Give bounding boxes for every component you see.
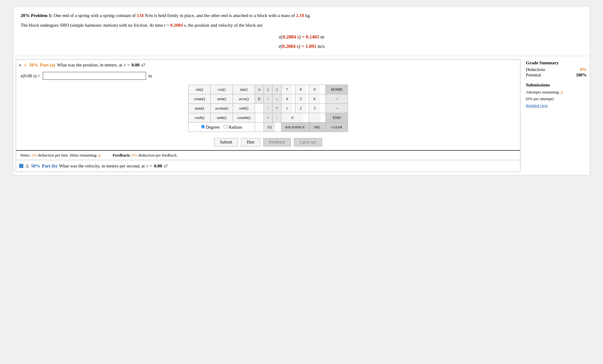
feedback-pct: 0% xyxy=(132,153,137,157)
num9-button[interactable]: 9 xyxy=(309,85,320,94)
dot-button[interactable]: . xyxy=(309,113,320,122)
hints-remaining[interactable]: 8 xyxy=(98,153,101,157)
sin-button[interactable]: sin() xyxy=(189,85,210,94)
eq1-rhs: 0.1465 xyxy=(306,34,319,39)
end-button[interactable]: END xyxy=(326,113,348,122)
main-container: 20% Problem 1: One end of a spring with … xyxy=(13,6,590,175)
problem-text: 20% Problem 1: One end of a spring with … xyxy=(21,12,582,20)
degrees-text: Degrees xyxy=(206,125,220,130)
part-b-percent: 50% xyxy=(31,163,40,169)
calc-row-1: sin() cos() tan() π ( ) 7 8 9 HOME xyxy=(189,85,348,94)
part-b-label: Part (b) xyxy=(42,163,57,169)
igiveup-button[interactable]: I give up! xyxy=(294,138,322,147)
part-b-row: ⚠ 50% Part (b) What was the velocity, in… xyxy=(16,160,520,172)
num0-button[interactable]: 0 xyxy=(281,113,303,122)
mass-value: 2.18 xyxy=(296,13,304,18)
t-value: 0.2084 xyxy=(170,23,183,28)
num5-button[interactable]: 5 xyxy=(295,94,306,103)
tanh-button[interactable]: tanh() xyxy=(211,113,233,122)
up-arrow-button[interactable]: ↑ xyxy=(264,94,272,103)
degrees-radio[interactable] xyxy=(201,125,205,129)
radians-radio[interactable] xyxy=(223,125,227,129)
backspace-button[interactable]: BACKSPACE xyxy=(281,123,309,132)
num4-button[interactable]: 4 xyxy=(281,94,292,103)
cosh-button[interactable]: cosh() xyxy=(189,113,210,122)
home-button[interactable]: HOME xyxy=(326,85,348,94)
calc-row-5: Degrees Radians √() xyxy=(189,123,348,132)
num2-button[interactable]: 2 xyxy=(295,104,306,113)
radians-label[interactable]: Radians xyxy=(223,125,242,130)
sinh-button[interactable]: sinh() xyxy=(233,104,255,113)
clear-button[interactable]: CLEAR xyxy=(326,123,348,132)
desc2-text: The block undergoes SHO (simple harmonic… xyxy=(21,23,164,28)
right-panel: Grade Summary Deductions 0% Potential 10… xyxy=(523,56,590,175)
num8-button[interactable]: 8 xyxy=(295,85,306,94)
num6-button[interactable]: 6 xyxy=(309,94,320,103)
right-arrow2-button[interactable]: → xyxy=(326,104,348,113)
hints-pct: 0% xyxy=(31,153,37,157)
radians-text: Radians xyxy=(229,125,242,130)
potential-label: Potential xyxy=(526,73,541,78)
tan-button[interactable]: tan() xyxy=(233,85,255,94)
cos-button[interactable]: cos() xyxy=(211,85,233,94)
attempts-value[interactable]: 6 xyxy=(561,90,563,94)
acos-button[interactable]: acos() xyxy=(233,94,255,103)
t-italic: t xyxy=(164,23,165,28)
part-b-question: What was the velocity, in meters per sec… xyxy=(59,163,145,169)
star-button[interactable]: * xyxy=(273,104,281,113)
eq1: x(0.2084 s) = 0.1465 m xyxy=(21,33,582,41)
paren-open-button[interactable]: ( xyxy=(264,85,272,94)
feedback-button[interactable]: Feedback xyxy=(263,138,291,147)
t-unit: s, the position and velocity of the bloc… xyxy=(183,23,262,28)
cotanh-button[interactable]: cotanh() xyxy=(233,113,255,122)
part-b-t-unit: s? xyxy=(164,163,168,169)
detailed-view-link[interactable]: detailed view xyxy=(526,103,548,108)
num7-button[interactable]: 7 xyxy=(281,85,292,94)
calc-row-4: cosh() tanh() cotanh() + - 0 . END xyxy=(189,113,348,123)
unit-label: m xyxy=(148,73,152,79)
num3-button[interactable]: 3 xyxy=(309,104,320,113)
hint-button[interactable]: Hint xyxy=(241,138,260,147)
num1-button[interactable]: 1 xyxy=(281,104,292,113)
degrees-label[interactable]: Degrees xyxy=(201,125,220,130)
part-a-header: ▶ ⚠ 50% Part (a) What was the position, … xyxy=(16,59,520,70)
slash-button[interactable]: / xyxy=(264,104,272,113)
plus-button[interactable]: + xyxy=(264,113,272,122)
E-button[interactable]: E xyxy=(255,94,264,103)
eq2-t: 0.2084 s xyxy=(282,44,298,49)
del-button[interactable]: DEL xyxy=(309,123,325,132)
calc-row-2: cotan() asin() acos() E ↑ ↓ 4 5 6 → xyxy=(189,94,348,104)
paren-close-button[interactable]: ) xyxy=(273,85,281,94)
pi-button[interactable]: π xyxy=(255,85,264,94)
submit-row: Submit Hint Feedback I give up! xyxy=(16,135,520,150)
part-b-t-value: 0.00 xyxy=(154,163,162,169)
potential-value: 100% xyxy=(576,73,587,78)
problem-percent: 20% xyxy=(21,13,30,18)
sqrt-button[interactable]: √() xyxy=(264,123,275,132)
part-a-t-italic: t xyxy=(124,62,125,68)
asin-button[interactable]: asin() xyxy=(211,94,233,103)
deductions-value: 0% xyxy=(580,67,587,72)
down-arrow-button[interactable]: ↓ xyxy=(273,94,281,103)
problem-desc3: kg. xyxy=(304,13,311,18)
problem-desc1: One end of a spring with a spring consta… xyxy=(53,13,137,18)
submissions-title: Submissions xyxy=(526,83,587,88)
eq2-unit: m/s xyxy=(316,44,325,49)
calc-row-3: atan() acotan() sinh() / * 1 2 3 → xyxy=(189,104,348,113)
eq2: v(0.2084 s) = 1.091 m/s xyxy=(21,42,582,50)
atan-button[interactable]: atan() xyxy=(189,104,210,113)
eq1-t: 0.2084 s xyxy=(283,34,299,39)
part-b-t-italic: t xyxy=(147,163,148,169)
eq1-unit: m xyxy=(319,34,324,39)
right-arrow-button[interactable]: → xyxy=(326,94,348,103)
acotan-button[interactable]: acotan() xyxy=(211,104,233,113)
minus-button[interactable]: - xyxy=(273,113,281,122)
problem-text2: The block undergoes SHO (simple harmonic… xyxy=(21,22,582,29)
eq2-lhs: v xyxy=(278,44,281,49)
attempts-label: Attempts remaining: xyxy=(526,90,561,94)
answer-input[interactable] xyxy=(43,72,146,80)
submit-button[interactable]: Submit xyxy=(214,138,238,147)
attempts-note: (0% per attempt) xyxy=(526,96,554,101)
cotan-button[interactable]: cotan() xyxy=(189,94,210,103)
angle-unit-row: Degrees Radians xyxy=(189,123,255,131)
